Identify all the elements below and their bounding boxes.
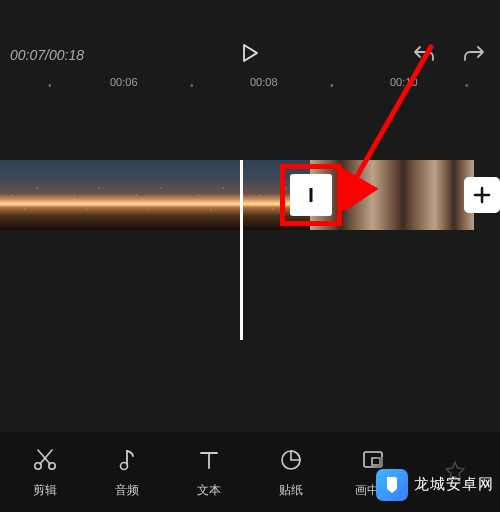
- undo-button[interactable]: [408, 39, 440, 71]
- time-display: 00:07/00:18: [10, 47, 84, 63]
- timeline[interactable]: [0, 160, 500, 340]
- tool-sticker[interactable]: 贴纸: [250, 446, 332, 499]
- transition-button[interactable]: [290, 174, 332, 216]
- tool-effects[interactable]: [414, 458, 496, 486]
- clip-thumbnail[interactable]: [62, 160, 124, 230]
- ruler-tick: •: [330, 80, 334, 91]
- time-ruler[interactable]: • 00:06 • 00:08 • 00:10 •: [0, 70, 500, 100]
- scissors-icon: [32, 446, 58, 474]
- music-note-icon: [114, 446, 140, 474]
- svg-rect-0: [310, 188, 313, 202]
- svg-rect-7: [372, 458, 380, 465]
- redo-button[interactable]: [458, 39, 490, 71]
- ruler-label: 00:08: [250, 76, 278, 88]
- clip-thumbnail[interactable]: [372, 160, 434, 230]
- ruler-tick: •: [190, 80, 194, 91]
- play-icon: [239, 42, 261, 64]
- redo-icon: [462, 43, 486, 63]
- tool-label: 音频: [115, 482, 139, 499]
- tool-label: 文本: [197, 482, 221, 499]
- ruler-label: 00:10: [390, 76, 418, 88]
- bottom-toolbar: 剪辑 音频 文本 贴纸: [0, 432, 500, 512]
- ruler-tick: •: [465, 80, 469, 91]
- transition-icon: [302, 186, 320, 204]
- tool-pip[interactable]: 画中画: [332, 446, 414, 499]
- tool-label: 画中画: [355, 482, 391, 499]
- clip-thumbnail[interactable]: [186, 160, 248, 230]
- tool-label: 剪辑: [33, 482, 57, 499]
- undo-icon: [412, 43, 436, 63]
- text-icon: [196, 446, 222, 474]
- ruler-tick: •: [48, 80, 52, 91]
- tool-label: 贴纸: [279, 482, 303, 499]
- clip-thumbnail[interactable]: [0, 160, 62, 230]
- pip-icon: [360, 446, 386, 474]
- playhead[interactable]: [240, 160, 243, 340]
- sticker-icon: [278, 446, 304, 474]
- play-button[interactable]: [233, 36, 267, 74]
- clip-thumbnail[interactable]: [124, 160, 186, 230]
- ruler-label: 00:06: [110, 76, 138, 88]
- tool-audio[interactable]: 音频: [86, 446, 168, 499]
- svg-point-4: [121, 462, 128, 469]
- star-icon: [442, 458, 468, 486]
- tool-text[interactable]: 文本: [168, 446, 250, 499]
- plus-icon: [472, 185, 492, 205]
- tool-cut[interactable]: 剪辑: [4, 446, 86, 499]
- add-clip-button[interactable]: [464, 177, 500, 213]
